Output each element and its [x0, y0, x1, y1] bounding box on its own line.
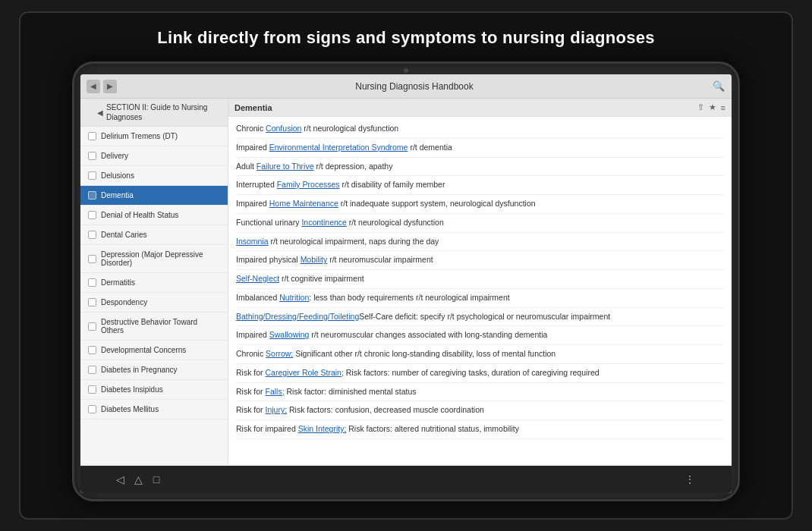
item-label-4: Denial of Health Status	[101, 211, 178, 219]
nav-back-arrow[interactable]: ◀	[87, 80, 100, 93]
sidebar-item-3[interactable]: Dementia	[80, 186, 228, 206]
diagnosis-prefix-12: Chronic	[236, 349, 266, 358]
tablet-frame: ◀ ▶ Nursing Diagnosis Handbook 🔍 ◀ SECTI…	[72, 61, 740, 501]
nav-forward-arrow[interactable]: ▶	[103, 80, 117, 93]
diagnosis-suffix-15: Risk factors: confusion, decreased muscl…	[287, 405, 484, 414]
nav-back-button[interactable]: ◁	[111, 470, 129, 489]
diagnosis-link-8[interactable]: Self-Neglect	[236, 274, 279, 283]
diagnosis-suffix-13: Risk factors: number of caregiving tasks…	[344, 368, 600, 377]
diagnosis-link-12[interactable]: Sorrow;	[266, 349, 293, 358]
diagnosis-link-6[interactable]: Insomnia	[236, 237, 269, 246]
search-icon[interactable]: 🔍	[712, 80, 725, 93]
item-label-11: Diabetes in Pregnancy	[101, 366, 178, 374]
nav-home-button[interactable]: △	[129, 470, 147, 489]
item-label-0: Delirium Tremens (DT)	[101, 132, 178, 140]
diagnosis-link-1[interactable]: Environmental Interpretation Syndrome	[269, 143, 408, 152]
diagnosis-link-4[interactable]: Home Maintenance	[269, 199, 338, 208]
diagnosis-link-13[interactable]: Caregiver Role Strain;	[266, 368, 344, 377]
item-label-2: Delusions	[101, 171, 134, 180]
outer-container: Link directly from signs and symptoms to…	[19, 11, 793, 520]
diagnosis-link-16[interactable]: Skin Integrity;	[298, 424, 347, 433]
item-label-5: Dental Caries	[101, 231, 147, 239]
sidebar-item-8[interactable]: Despondency	[80, 293, 228, 313]
item-label-6: Depression (Major Depressive Disorder)	[101, 250, 222, 267]
diagnosis-suffix-2: r/t depression, apathy	[314, 162, 393, 171]
diagnosis-prefix-3: Interrupted	[236, 180, 277, 189]
diagnosis-item-3: Interrupted Family Processes r/t disabil…	[236, 176, 724, 195]
headline: Link directly from signs and symptoms to…	[157, 28, 655, 48]
item-checkbox-12	[88, 385, 96, 394]
diagnosis-link-7[interactable]: Mobility	[301, 255, 328, 264]
menu-icon[interactable]: ≡	[721, 103, 725, 112]
diagnosis-item-5: Functional urinary Incontinence r/t neur…	[236, 214, 724, 233]
diagnosis-link-0[interactable]: Confusion	[266, 124, 301, 133]
diagnosis-item-13: Risk for Caregiver Role Strain; Risk fac…	[236, 364, 724, 383]
item-label-3: Dementia	[101, 191, 134, 200]
panel-title: Dementia	[234, 103, 272, 112]
nav-more-button[interactable]: ⋮	[685, 473, 695, 485]
nav-title: Nursing Diagnosis Handbook	[355, 81, 473, 92]
sidebar-item-4[interactable]: Denial of Health Status	[80, 206, 228, 225]
diagnosis-suffix-7: r/t neuromuscular impairment	[327, 255, 433, 264]
sidebar-item-12[interactable]: Diabetes Insipidus	[80, 380, 228, 400]
diagnosis-link-5[interactable]: Incontinence	[301, 218, 347, 227]
diagnosis-prefix-5: Functional urinary	[236, 218, 301, 227]
diagnosis-suffix-16: Risk factors: altered nutritional status…	[346, 424, 519, 433]
diagnosis-item-2: Adult Failure to Thrive r/t depression, …	[236, 158, 724, 177]
diagnosis-suffix-5: r/t neurological dysfunction	[347, 218, 444, 227]
diagnosis-link-15[interactable]: Injury;	[266, 405, 288, 414]
top-nav-bar: ◀ ▶ Nursing Diagnosis Handbook 🔍	[80, 74, 732, 99]
sidebar: ◀ SECTION II: Guide to Nursing Diagnoses…	[80, 99, 228, 464]
panel-icons: ⇧ ★ ≡	[697, 102, 725, 112]
content-area: ◀ SECTION II: Guide to Nursing Diagnoses…	[80, 99, 732, 464]
diagnosis-prefix-7: Impaired physical	[236, 255, 301, 264]
item-checkbox-3	[88, 191, 96, 200]
sidebar-item-6[interactable]: Depression (Major Depressive Disorder)	[80, 245, 228, 273]
sidebar-back-icon[interactable]: ◀	[97, 108, 103, 117]
item-label-13: Diabetes Mellitus	[101, 405, 159, 413]
sidebar-item-10[interactable]: Developmental Concerns	[80, 341, 228, 360]
diagnosis-item-7: Impaired physical Mobility r/t neuromusc…	[236, 251, 724, 270]
diagnosis-item-12: Chronic Sorrow; Significant other r/t ch…	[236, 345, 724, 364]
star-icon[interactable]: ★	[709, 102, 716, 112]
diagnosis-suffix-4: r/t inadequate support system, neurologi…	[338, 199, 536, 208]
nav-recent-button[interactable]: □	[147, 470, 165, 489]
diagnosis-link-2[interactable]: Failure to Thrive	[257, 162, 314, 171]
tablet-screen: ◀ ▶ Nursing Diagnosis Handbook 🔍 ◀ SECTI…	[80, 74, 732, 493]
sidebar-item-1[interactable]: Delivery	[80, 146, 228, 166]
diagnosis-suffix-12: Significant other r/t chronic long-stand…	[293, 349, 555, 358]
sidebar-item-0[interactable]: Delirium Tremens (DT)	[80, 127, 228, 146]
sidebar-item-13[interactable]: Diabetes Mellitus	[80, 400, 228, 419]
diagnosis-prefix-4: Impaired	[236, 199, 269, 208]
item-label-7: Dermatitis	[101, 278, 135, 287]
diagnosis-link-11[interactable]: Swallowing	[269, 330, 310, 339]
diagnosis-link-9[interactable]: Nutrition	[279, 293, 309, 302]
diagnosis-link-3[interactable]: Family Processes	[277, 180, 340, 189]
nav-arrows: ◀ ▶	[87, 80, 117, 93]
diagnosis-suffix-11: r/t neuromuscular changes associated wit…	[309, 330, 547, 339]
diagnosis-suffix-0: r/t neurological dysfunction	[301, 124, 398, 133]
sidebar-item-9[interactable]: Destructive Behavior Toward Others	[80, 313, 228, 341]
diagnosis-prefix-0: Chronic	[236, 124, 266, 133]
diagnosis-item-14: Risk for Falls; Risk factor: diminished …	[236, 383, 724, 402]
diagnosis-prefix-1: Impaired	[236, 143, 269, 152]
diagnosis-prefix-16: Risk for impaired	[236, 424, 298, 433]
diagnosis-suffix-14: Risk factor: diminished mental status	[285, 387, 417, 396]
sidebar-item-5[interactable]: Dental Caries	[80, 225, 228, 245]
sidebar-item-11[interactable]: Diabetes in Pregnancy	[80, 360, 228, 380]
diagnosis-item-9: Imbalanced Nutrition: less than body req…	[236, 289, 724, 308]
item-label-9: Destructive Behavior Toward Others	[101, 318, 222, 335]
diagnosis-link-10[interactable]: Bathing/Dressing/Feeding/Toileting	[236, 312, 359, 321]
item-checkbox-1	[88, 152, 96, 160]
diagnosis-link-14[interactable]: Falls;	[266, 387, 285, 396]
item-checkbox-0	[88, 132, 96, 140]
sidebar-item-7[interactable]: Dermatitis	[80, 273, 228, 293]
item-checkbox-4	[88, 211, 96, 219]
share-icon[interactable]: ⇧	[697, 102, 704, 112]
item-checkbox-8	[88, 298, 96, 306]
diagnosis-suffix-1: r/t dementia	[408, 143, 452, 152]
diagnosis-suffix-10: Self-Care deficit: specify r/t psycholog…	[359, 312, 610, 321]
diagnosis-prefix-15: Risk for	[236, 405, 266, 414]
sidebar-item-2[interactable]: Delusions	[80, 166, 228, 186]
diagnosis-prefix-2: Adult	[236, 162, 257, 171]
